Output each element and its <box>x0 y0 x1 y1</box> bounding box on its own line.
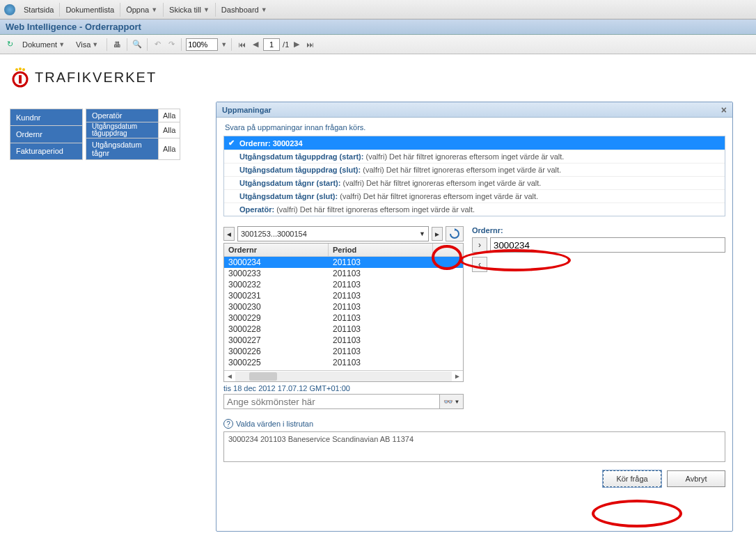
dokument-dropdown[interactable]: Dokument▼ <box>18 39 69 50</box>
chevron-down-icon: ▼ <box>203 6 210 13</box>
redo-icon[interactable]: ↷ <box>166 39 177 50</box>
dialog-titlebar: Uppmaningar × <box>216 102 732 118</box>
svg-point-4 <box>22 68 25 71</box>
filter-right: OperatörAlla Utgångsdatum tåguppdragAlla… <box>86 109 180 160</box>
prompt-row[interactable]: Utgångsdatum tågnr (slut): (valfri) Det … <box>224 190 725 203</box>
range-select[interactable]: 3001253...3000154▼ <box>237 226 429 241</box>
visa-dropdown[interactable]: Visa▼ <box>72 39 102 50</box>
prompt-row[interactable]: Utgångsdatum tåguppdrag (slut): (valfri)… <box>224 164 725 177</box>
ordernr-input[interactable] <box>490 237 725 253</box>
grid-row[interactable]: 3000231201103 <box>224 290 463 301</box>
menu-skicka-till[interactable]: Skicka till▼ <box>164 3 216 17</box>
prev-page-icon[interactable]: ◀ <box>251 40 260 49</box>
search-input[interactable] <box>223 394 440 409</box>
home-icon[interactable] <box>4 4 15 15</box>
grid-row[interactable]: 3000229201103 <box>224 312 463 324</box>
prompt-row[interactable]: Operatör: (valfri) Det här filtret ignor… <box>224 203 725 216</box>
grid-row[interactable]: 3000232201103 <box>224 279 463 290</box>
grid-row[interactable]: 3000234201103 <box>224 257 463 268</box>
print-icon[interactable]: 🖶 <box>111 39 123 50</box>
filter-ordernr: Ordernr <box>10 126 83 143</box>
filter-fakturaperiod: Fakturaperiod <box>10 143 83 159</box>
refresh-icon[interactable]: ↻ <box>4 39 15 50</box>
page-total: /1 <box>283 40 289 49</box>
prompt-list: ✔ Ordernr: 3000234 Utgångsdatum tåguppdr… <box>223 136 725 216</box>
help-icon[interactable]: ? <box>223 419 233 429</box>
last-page-icon[interactable]: ⏭ <box>304 40 316 49</box>
range-next-button[interactable]: ► <box>432 227 443 241</box>
selected-values-label: Valda värden i listrutan <box>236 420 313 428</box>
close-icon[interactable]: × <box>721 104 727 116</box>
remove-value-button[interactable]: ‹ <box>472 257 487 272</box>
titlebar: Web Intelligence - Orderrapport <box>0 19 756 35</box>
logo: TRAFIKVERKET <box>11 67 749 88</box>
grid-row[interactable]: 3000227201103 <box>224 335 463 346</box>
run-query-button[interactable]: Kör fråga <box>603 470 661 487</box>
filter-kundnr: Kundnr <box>10 109 83 126</box>
refresh-list-button[interactable] <box>446 226 464 241</box>
zoom-input[interactable] <box>186 38 218 51</box>
grid-row[interactable]: 3000233201103 <box>224 268 463 279</box>
page-input[interactable] <box>263 38 280 51</box>
selected-values-box: 3000234 201103 Baneservice Scandinavian … <box>223 431 725 462</box>
first-page-icon[interactable]: ⏮ <box>236 40 248 49</box>
range-prev-button[interactable]: ◄ <box>223 227 235 241</box>
undo-icon[interactable]: ↶ <box>152 39 163 50</box>
refresh-icon <box>449 228 460 239</box>
next-page-icon[interactable]: ▶ <box>292 40 301 49</box>
prompt-row[interactable]: Utgångsdatum tågnr (start): (valfri) Det… <box>224 177 725 190</box>
menu-startsida[interactable]: Startsida <box>18 3 60 17</box>
binoculars-icon: 👓 <box>443 397 453 406</box>
chevron-down-icon: ▼ <box>151 6 157 13</box>
filter-utg-taguppdrag: Utgångsdatum tåguppdrag <box>86 122 159 138</box>
add-value-button[interactable]: › <box>472 237 487 253</box>
filter-operator: Operatör <box>86 109 159 122</box>
grid-row[interactable]: 3000226201103 <box>224 346 463 357</box>
col-ordernr[interactable]: Ordernr <box>224 244 329 256</box>
title-text: Web Intelligence - Orderrapport <box>6 22 141 32</box>
menu-dashboard[interactable]: Dashboard▼ <box>216 3 273 17</box>
grid-row[interactable]: 3000225201103 <box>224 357 463 368</box>
svg-point-2 <box>15 68 18 71</box>
menu-dokumentlista[interactable]: Dokumentlista <box>60 3 120 17</box>
value-grid: Ordernr Period 3000234201103 30002332011… <box>223 243 464 382</box>
filter-utg-tagnr: Utgångsdatum tågnr <box>86 138 159 160</box>
find-icon[interactable]: 🔍 <box>132 39 143 50</box>
search-button[interactable]: 👓▼ <box>440 394 464 409</box>
grid-row[interactable]: 3000230201103 <box>224 301 463 312</box>
dialog-subtitle: Svara på uppmaningar innan frågan körs. <box>225 123 725 132</box>
prompts-dialog: Uppmaningar × Svara på uppmaningar innan… <box>216 102 733 532</box>
menu-oppna[interactable]: Öppna▼ <box>120 3 164 17</box>
grid-body[interactable]: 3000234201103 3000233201103 300023220110… <box>224 257 463 370</box>
filter-left: Kundnr Ordernr Fakturaperiod <box>10 109 83 160</box>
toolbar: ↻ Dokument▼ Visa▼ 🖶 🔍 ↶ ↷ ▼ ⏮ ◀ /1 ▶ ⏭ <box>0 35 756 54</box>
zoom-caret[interactable]: ▼ <box>221 41 227 48</box>
svg-rect-1 <box>19 75 22 84</box>
chevron-down-icon: ▼ <box>261 6 267 13</box>
check-icon: ✔ <box>228 138 239 148</box>
field-label: Ordernr: <box>472 226 725 235</box>
trafikverket-logo-icon <box>11 67 29 88</box>
chevron-down-icon: ▼ <box>419 230 425 237</box>
grid-row[interactable]: 3000228201103 <box>224 324 463 335</box>
dialog-title-text: Uppmaningar <box>222 106 271 114</box>
timestamp: tis 18 dec 2012 17.07.12 GMT+01:00 <box>223 384 464 392</box>
logo-text: TRAFIKVERKET <box>35 70 157 86</box>
prompt-row[interactable]: Utgångsdatum tåguppdrag (start): (valfri… <box>224 150 725 164</box>
svg-point-3 <box>19 68 22 70</box>
prompt-row[interactable]: ✔ Ordernr: 3000234 <box>224 136 725 150</box>
cancel-button[interactable]: Avbryt <box>667 470 725 487</box>
horizontal-scrollbar[interactable]: ◄► <box>224 370 463 381</box>
menubar: Startsida Dokumentlista Öppna▼ Skicka ti… <box>0 0 756 19</box>
col-period[interactable]: Period <box>329 244 433 256</box>
